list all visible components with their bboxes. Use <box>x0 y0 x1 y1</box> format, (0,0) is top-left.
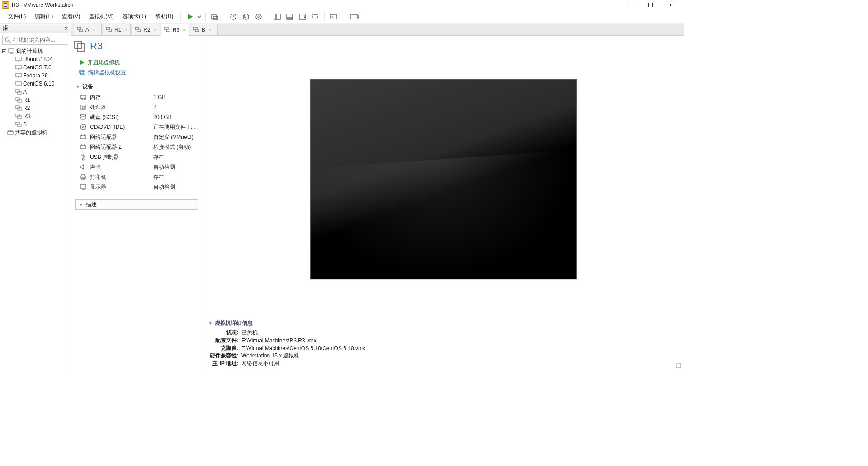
svg-point-9 <box>256 14 261 19</box>
library-panel: 库 × ▾ 我的计算机 Ubuntu1804CentOS 7.6Fedora 2… <box>0 24 71 371</box>
tree-node-centos-7-6[interactable]: CentOS 7.6 <box>2 63 71 71</box>
tab-close-icon[interactable]: × <box>208 27 212 33</box>
library-header: 库 × <box>0 24 71 33</box>
power-on-button[interactable] <box>184 11 196 22</box>
edit-settings-link[interactable]: 编辑虚拟机设置 <box>79 67 203 77</box>
library-tree: 我的计算机 Ubuntu1804CentOS 7.6Fedora 29CentO… <box>0 46 71 371</box>
resize-grip-icon[interactable] <box>675 362 682 370</box>
device-row[interactable]: 显示器自动检测 <box>79 182 203 192</box>
view-thumbnail-button[interactable] <box>283 11 296 22</box>
library-search[interactable]: ▾ <box>2 35 68 45</box>
library-search-input[interactable] <box>13 36 80 44</box>
tree-node-r2[interactable]: R2 <box>2 104 71 112</box>
close-button[interactable] <box>661 0 682 10</box>
menu-vm[interactable]: 虚拟机(M) <box>85 11 118 22</box>
menu-edit[interactable]: 编辑(E) <box>30 11 57 22</box>
window-title: R3 - VMware Workstation <box>12 2 73 8</box>
svg-rect-12 <box>276 14 280 19</box>
svg-rect-16 <box>312 14 318 19</box>
computer-icon <box>8 48 14 54</box>
tab-label: R1 <box>114 27 121 33</box>
svg-rect-60 <box>80 95 86 98</box>
tab-r1[interactable]: R1× <box>103 24 131 35</box>
device-row[interactable]: CD/DVD (IDE)正在使用文件 F:... <box>79 122 203 132</box>
tab-close-icon[interactable]: × <box>183 27 186 33</box>
printer-icon <box>79 173 87 181</box>
details-header[interactable]: ▼ 虚拟机详细信息 <box>203 318 684 329</box>
tree-node-r1[interactable]: R1 <box>2 96 71 104</box>
device-row[interactable]: 内存1 GB <box>79 92 203 102</box>
device-row[interactable]: 处理器2 <box>79 102 203 112</box>
svg-rect-31 <box>16 81 21 85</box>
vm-summary-pane: R3 开启此虚拟机 编辑虚拟机设置 ▼ 设备 内存1 GB处理器 <box>71 36 203 371</box>
tree-node-fedora-29[interactable]: Fedora 29 <box>2 71 71 80</box>
library-close-icon[interactable]: × <box>65 25 68 32</box>
net-icon <box>79 133 87 141</box>
menu-help[interactable]: 帮助(H) <box>151 11 178 22</box>
device-row[interactable]: 网络适配器 2桥接模式 (自动) <box>79 142 203 152</box>
description-box[interactable]: ▼ 描述 <box>75 199 198 210</box>
menubar: 文件(F) 编辑(E) 查看(V) 虚拟机(M) 选项卡(T) 帮助(H) <box>0 10 684 24</box>
expand-icon[interactable] <box>2 49 7 54</box>
svg-point-8 <box>243 14 249 19</box>
view-console-button[interactable] <box>296 11 309 22</box>
vm-icon <box>15 72 22 79</box>
devices-header[interactable]: ▼ 设备 <box>71 81 203 92</box>
device-row[interactable]: 声卡自动检测 <box>79 162 203 172</box>
tree-node-shared[interactable]: 共享的虚拟机 <box>2 128 71 137</box>
minimize-button[interactable] <box>619 0 640 10</box>
svg-rect-14 <box>287 18 293 19</box>
power-dropdown[interactable] <box>196 15 203 19</box>
tab-r2[interactable]: R2× <box>132 24 160 35</box>
vm-group-icon <box>15 97 22 103</box>
snapshot-manager-button[interactable] <box>252 11 265 22</box>
device-label: 处理器 <box>90 104 153 111</box>
device-row[interactable]: USB 控制器存在 <box>79 152 203 162</box>
device-row[interactable]: 硬盘 (SCSI)200 GB <box>79 112 203 122</box>
svg-point-76 <box>82 158 84 160</box>
vm-title: R3 <box>90 40 103 52</box>
device-value: 正在使用文件 F:... <box>153 124 197 131</box>
menu-tabs[interactable]: 选项卡(T) <box>118 11 150 22</box>
tree-label: Ubuntu1804 <box>23 56 52 62</box>
tab-close-icon[interactable]: × <box>92 27 95 33</box>
maximize-button[interactable] <box>640 0 661 10</box>
svg-point-10 <box>258 16 259 18</box>
memory-icon <box>79 94 87 101</box>
svg-rect-11 <box>274 14 276 19</box>
tree-node-mycomputer[interactable]: 我的计算机 <box>2 47 71 55</box>
unity-button[interactable] <box>327 11 340 22</box>
svg-rect-55 <box>75 41 82 48</box>
tab-a[interactable]: A× <box>74 24 102 35</box>
tab-r3[interactable]: R3× <box>161 24 189 36</box>
tab-b[interactable]: B× <box>190 24 218 35</box>
view-fullscreen-button[interactable] <box>309 11 321 22</box>
snapshot-take-button[interactable] <box>227 11 240 22</box>
device-label: 打印机 <box>90 173 153 181</box>
tree-node-b[interactable]: B <box>2 120 71 128</box>
tree-node-centos-6-10[interactable]: CentOS 6.10 <box>2 80 71 88</box>
menu-view[interactable]: 查看(V) <box>57 11 85 22</box>
tree-label: Fedora 29 <box>23 72 48 79</box>
device-label: 声卡 <box>90 163 153 171</box>
device-value: 自动检测 <box>153 163 175 171</box>
menu-file[interactable]: 文件(F) <box>4 11 30 22</box>
view-library-button[interactable] <box>271 11 283 22</box>
device-value: 存在 <box>153 153 164 161</box>
power-on-link[interactable]: 开启此虚拟机 <box>79 57 203 67</box>
tree-node-r3[interactable]: R3 <box>2 112 71 120</box>
tree-node-a[interactable]: A <box>2 88 71 96</box>
tree-node-ubuntu1804[interactable]: Ubuntu1804 <box>2 55 71 63</box>
snapshot-revert-button[interactable] <box>240 11 252 22</box>
tab-close-icon[interactable]: × <box>154 27 157 33</box>
vm-group-icon <box>164 27 170 33</box>
shared-icon <box>7 129 14 136</box>
snapshot-button[interactable] <box>208 11 221 22</box>
detail-value: E:\Virtual Machines\CentOS 6.10\CentOS 6… <box>241 345 365 352</box>
device-row[interactable]: 网络适配器自定义 (VMnet3) <box>79 132 203 142</box>
tab-close-icon[interactable]: × <box>124 27 127 33</box>
device-row[interactable]: 打印机存在 <box>79 172 203 182</box>
stretch-button[interactable] <box>346 11 364 22</box>
vm-screen-preview[interactable] <box>310 79 577 279</box>
detail-label: 状态: <box>208 329 239 337</box>
